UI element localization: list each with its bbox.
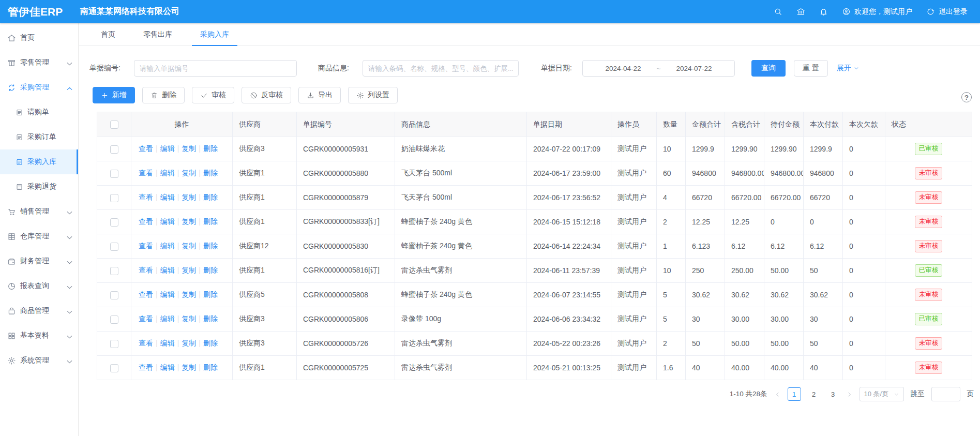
row-checkbox[interactable] [110,170,118,178]
row-action-edit[interactable]: 编辑 [160,314,175,323]
row-action-edit[interactable]: 编辑 [160,193,175,201]
row-action-edit[interactable]: 编辑 [160,266,175,274]
row-action-delete[interactable]: 删除 [203,339,218,347]
sidebar-item-sales-mgmt[interactable]: 销售管理 [0,199,78,224]
sidebar-item-report-query[interactable]: 报表查询 [0,274,78,298]
bank-icon[interactable] [796,7,805,16]
row-action-view[interactable]: 查看 [139,266,153,274]
row-checkbox[interactable] [110,315,118,324]
add-button[interactable]: 新增 [93,87,135,103]
row-checkbox[interactable] [110,145,118,154]
row-checkbox[interactable] [110,194,118,202]
row-action-view[interactable]: 查看 [139,217,153,225]
search-button[interactable]: 查询 [751,60,786,77]
search-icon[interactable] [774,7,782,16]
select-all-checkbox[interactable] [110,121,118,129]
row-action-delete[interactable]: 删除 [203,314,218,323]
date-from-value: 2024-04-22 [605,65,641,72]
bell-icon[interactable] [819,7,828,16]
row-action-delete[interactable]: 删除 [203,242,218,250]
sidebar-item-finance-mgmt[interactable]: 财务管理 [0,249,78,274]
row-action-delete[interactable]: 删除 [203,217,218,225]
row-checkbox[interactable] [110,243,118,251]
help-icon[interactable]: ? [961,92,972,102]
date-range-picker[interactable]: 2024-04-22 ~ 2024-07-22 [582,60,735,77]
row-action-delete[interactable]: 删除 [203,266,218,274]
page-number-3[interactable]: 3 [827,387,839,401]
tab-home[interactable]: 首页 [93,23,124,46]
row-action-delete[interactable]: 删除 [203,363,218,371]
row-action-copy[interactable]: 复制 [182,339,196,347]
row-action-copy[interactable]: 复制 [182,363,196,371]
row-action-view[interactable]: 查看 [139,339,153,347]
sidebar-item-purchase-mgmt[interactable]: 采购管理 [0,75,78,100]
row-action-copy[interactable]: 复制 [182,144,196,153]
row-action-copy[interactable]: 复制 [182,314,196,323]
row-checkbox[interactable] [110,340,118,348]
export-button[interactable]: 导出 [298,87,341,103]
row-checkbox[interactable] [110,218,118,227]
row-action-copy[interactable]: 复制 [182,169,196,177]
user-menu[interactable]: 欢迎您，测试用户 [842,7,912,17]
row-action-copy[interactable]: 复制 [182,266,196,274]
row-checkbox[interactable] [110,267,118,275]
sidebar-item-purchase-order[interactable]: 采购订单 [0,125,78,149]
page-size-select[interactable]: 10 条/页 [860,387,904,401]
sidebar-item-purchase-request[interactable]: 请购单 [0,100,78,125]
unaudit-button[interactable]: 反审核 [242,87,291,103]
sidebar-item-warehouse-mgmt[interactable]: 仓库管理 [0,224,78,249]
bill-no-input[interactable] [134,60,297,77]
row-action-view[interactable]: 查看 [139,314,153,323]
column-settings-button[interactable]: 列设置 [348,87,398,103]
button-label: 审核 [212,91,226,100]
row-action-edit[interactable]: 编辑 [160,363,175,371]
sidebar-item-product-mgmt[interactable]: 商品管理 [0,298,78,323]
prev-page-icon[interactable] [774,391,781,398]
row-action-copy[interactable]: 复制 [182,290,196,298]
row-action-edit[interactable]: 编辑 [160,144,175,153]
row-checkbox[interactable] [110,364,118,372]
row-action-delete[interactable]: 删除 [203,290,218,298]
sidebar-item-purchase-return[interactable]: 采购退货 [0,174,78,199]
row-action-view[interactable]: 查看 [139,144,153,153]
reset-button[interactable]: 重 置 [794,60,828,77]
row-action-delete[interactable]: 删除 [203,169,218,177]
tab-purchase-inbound[interactable]: 采购入库 [192,23,237,46]
logout-button[interactable]: 退出登录 [926,7,968,17]
page-number-1[interactable]: 1 [788,387,801,401]
row-action-edit[interactable]: 编辑 [160,290,175,298]
cell-tax-total: 250.00 [725,259,764,283]
row-action-view[interactable]: 查看 [139,290,153,298]
sidebar-item-retail-mgmt[interactable]: 零售管理 [0,50,78,75]
row-action-view[interactable]: 查看 [139,242,153,250]
row-action-edit[interactable]: 编辑 [160,339,175,347]
cell-date: 2024-06-06 23:34:32 [527,307,611,332]
sidebar-item-purchase-inbound[interactable]: 采购入库 [0,149,78,174]
row-action-view[interactable]: 查看 [139,363,153,371]
row-action-copy[interactable]: 复制 [182,242,196,250]
row-action-delete[interactable]: 删除 [203,144,218,153]
row-action-copy[interactable]: 复制 [182,193,196,201]
product-info-input[interactable] [363,60,519,77]
sidebar-item-basic-data[interactable]: 基本资料 [0,323,78,348]
row-action-edit[interactable]: 编辑 [160,242,175,250]
delete-button[interactable]: 删除 [142,87,185,103]
page-number-2[interactable]: 2 [808,387,820,401]
expand-toggle[interactable]: 展开 [837,64,860,73]
cell-bill-no: CGRK00000005931 [297,137,395,161]
tab-retail-outbound[interactable]: 零售出库 [135,23,180,46]
row-action-delete[interactable]: 删除 [203,193,218,201]
row-action-view[interactable]: 查看 [139,193,153,201]
row-checkbox[interactable] [110,291,118,299]
top-header-bar: 管伊佳ERP 南通某某网络科技有限公司 欢迎您，测试用户 退出登录 [0,0,980,23]
sidebar-item-home[interactable]: 首页 [0,25,78,50]
row-action-view[interactable]: 查看 [139,169,153,177]
jump-to-input[interactable] [931,387,960,401]
link-separator: | [156,363,158,371]
row-action-edit[interactable]: 编辑 [160,169,175,177]
next-page-icon[interactable] [846,391,853,398]
audit-button[interactable]: 审核 [192,87,234,103]
row-action-edit[interactable]: 编辑 [160,217,175,225]
row-action-copy[interactable]: 复制 [182,217,196,225]
sidebar-item-system-mgmt[interactable]: 系统管理 [0,348,78,373]
